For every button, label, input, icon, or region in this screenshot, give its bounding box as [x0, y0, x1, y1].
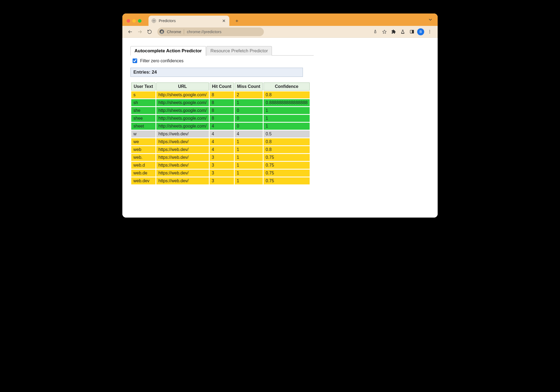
svg-rect-5	[412, 30, 414, 33]
window-controls	[127, 19, 141, 23]
cell-hit: 4	[210, 130, 234, 137]
svg-point-8	[429, 33, 430, 33]
table-row[interactable]: web.dhttps://web.dev/310.75	[131, 162, 310, 169]
cell-url: http://sheets.google.com/	[156, 107, 209, 114]
address-url: chrome://predictors	[187, 29, 221, 34]
cell-miss: 0	[235, 107, 263, 114]
tab-autocomplete-action-predictor[interactable]: Autocomplete Action Predictor	[130, 46, 206, 56]
tab-title: Predictors	[159, 19, 219, 23]
cell-confidence: 0.8	[264, 91, 310, 98]
cell-hit: 8	[210, 91, 234, 98]
cell-confidence: 0.75	[264, 154, 310, 161]
maximize-window-button[interactable]	[138, 19, 141, 23]
table-row[interactable]: shehttp://sheets.google.com/801	[131, 107, 310, 114]
toolbar: Chrome chrome://predictors B	[122, 26, 438, 38]
table-row[interactable]: web.dehttps://web.dev/310.75	[131, 170, 310, 177]
cell-user-text: sheet	[131, 123, 155, 130]
cell-user-text: web.dev	[131, 177, 155, 184]
cell-hit: 8	[210, 115, 234, 122]
svg-marker-3	[382, 30, 386, 33]
cell-miss: 1	[235, 99, 263, 106]
minimize-window-button[interactable]	[132, 19, 136, 23]
browser-window: Predictors ✕ + Chrome chrome://predictor…	[122, 13, 438, 218]
cell-confidence: 0.8888888888888888	[264, 99, 310, 106]
cell-user-text: we	[131, 138, 155, 145]
cell-confidence: 0.75	[264, 162, 310, 169]
share-button[interactable]	[371, 27, 379, 36]
profile-avatar[interactable]: B	[417, 28, 424, 35]
extensions-button[interactable]	[389, 27, 398, 36]
cell-hit: 4	[210, 146, 234, 153]
back-button[interactable]	[126, 28, 134, 36]
col-confidence[interactable]: Confidence	[264, 82, 310, 91]
tab-strip: Predictors ✕ +	[122, 13, 438, 26]
globe-icon	[152, 19, 156, 23]
cell-url: http://sheets.google.com/	[156, 91, 209, 98]
cell-confidence: 0.5	[264, 130, 310, 137]
new-tab-button[interactable]: +	[233, 17, 241, 25]
cell-hit: 3	[210, 162, 234, 169]
table-row[interactable]: shttp://sheets.google.com/820.8	[131, 91, 310, 98]
cell-miss: 2	[235, 91, 263, 98]
cell-miss: 1	[235, 154, 263, 161]
table-row[interactable]: shhttp://sheets.google.com/810.888888888…	[131, 99, 310, 106]
reload-button[interactable]	[146, 28, 154, 36]
cell-hit: 4	[210, 138, 234, 145]
filter-zero-confidences-checkbox[interactable]	[133, 59, 137, 63]
col-user-text[interactable]: User Text	[131, 82, 155, 91]
svg-point-6	[429, 30, 430, 31]
cell-user-text: web.d	[131, 162, 155, 169]
cell-miss: 1	[235, 177, 263, 184]
cell-url: https://web.dev/	[156, 138, 209, 145]
table-row[interactable]: web.devhttps://web.dev/310.75	[131, 177, 310, 184]
cell-confidence: 0.75	[264, 177, 310, 184]
cell-confidence: 1	[264, 107, 310, 114]
page-tabs: Autocomplete Action Predictor Resource P…	[130, 46, 314, 56]
table-row[interactable]: whttps://web.dev/440.5	[131, 130, 310, 137]
tab-search-button[interactable]	[428, 17, 433, 23]
cell-url: http://sheets.google.com/	[156, 99, 209, 106]
col-miss-count[interactable]: Miss Count	[235, 82, 263, 91]
col-url[interactable]: URL	[156, 82, 209, 91]
close-window-button[interactable]	[127, 19, 130, 23]
cell-user-text: web	[131, 146, 155, 153]
cell-user-text: she	[131, 107, 155, 114]
cell-hit: 3	[210, 170, 234, 177]
toolbar-actions: B	[371, 27, 434, 36]
cell-hit: 4	[210, 123, 234, 130]
table-row[interactable]: wehttps://web.dev/410.8	[131, 138, 310, 145]
cell-url: https://web.dev/	[156, 130, 209, 137]
cell-user-text: sh	[131, 99, 155, 106]
page-content: Autocomplete Action Predictor Resource P…	[122, 38, 438, 218]
cell-miss: 0	[235, 123, 263, 130]
cell-confidence: 0.8	[264, 146, 310, 153]
menu-button[interactable]	[425, 27, 434, 36]
forward-button[interactable]	[136, 28, 144, 36]
tab-resource-prefetch-predictor[interactable]: Resource Prefetch Predictor	[206, 46, 272, 56]
cell-url: https://web.dev/	[156, 162, 209, 169]
address-scheme-label: Chrome	[167, 29, 181, 34]
cell-hit: 8	[210, 99, 234, 106]
close-tab-icon[interactable]: ✕	[222, 18, 226, 23]
table-row[interactable]: webhttps://web.dev/410.8	[131, 146, 310, 153]
cell-confidence: 1	[264, 123, 310, 130]
table-row[interactable]: web.https://web.dev/310.75	[131, 154, 310, 161]
predictors-table: User Text URL Hit Count Miss Count Confi…	[130, 82, 310, 185]
cell-miss: 1	[235, 146, 263, 153]
cell-url: https://web.dev/	[156, 146, 209, 153]
cell-url: http://sheets.google.com/	[156, 115, 209, 122]
avatar-initial: B	[420, 30, 422, 34]
filter-row: Filter zero confidences	[130, 56, 314, 68]
col-hit-count[interactable]: Hit Count	[210, 82, 234, 91]
table-row[interactable]: sheethttp://sheets.google.com/401	[131, 123, 310, 130]
labs-button[interactable]	[398, 27, 407, 36]
table-row[interactable]: sheehttp://sheets.google.com/801	[131, 115, 310, 122]
browser-tab[interactable]: Predictors ✕	[148, 16, 229, 26]
side-panel-button[interactable]	[407, 27, 416, 36]
cell-url: https://web.dev/	[156, 170, 209, 177]
address-bar[interactable]: Chrome chrome://predictors	[157, 27, 264, 36]
filter-zero-confidences-label[interactable]: Filter zero confidences	[140, 59, 184, 63]
chrome-icon	[160, 29, 164, 34]
bookmark-button[interactable]	[380, 27, 389, 36]
address-separator	[184, 29, 184, 34]
